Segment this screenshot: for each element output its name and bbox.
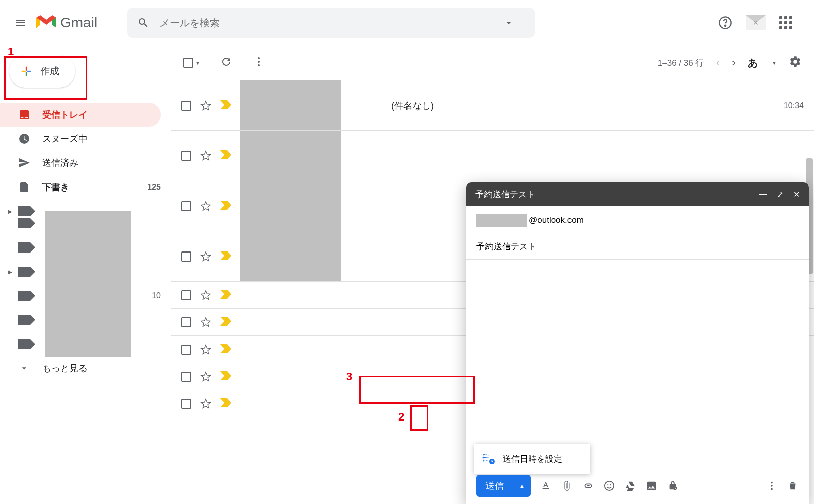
next-page-button[interactable]: › [732,56,736,69]
minimize-icon[interactable]: — [759,190,767,199]
sidebar-item-label-6[interactable] [0,308,171,332]
compose-button[interactable]: 作成 [9,55,75,88]
search-bar[interactable] [127,8,535,38]
importance-icon[interactable] [220,100,231,111]
sidebar-item-inbox[interactable]: 受信トレイ [0,103,161,127]
label-count: 10 [152,291,161,300]
importance-icon[interactable] [220,201,231,212]
sidebar-item-label-7[interactable] [0,332,171,356]
importance-icon[interactable] [220,371,231,382]
sidebar-item-label: もっと見る [42,362,88,374]
label-icon [18,314,30,326]
star-icon[interactable] [200,317,211,328]
menu-icon[interactable] [8,11,32,35]
compose-header[interactable]: 予約送信テスト — ⤢ ✕ [466,182,809,206]
row-checkbox[interactable] [181,317,191,327]
star-icon[interactable] [200,290,211,301]
select-dropdown-icon[interactable]: ▼ [195,60,200,66]
send-options-dropdown[interactable]: ▲ [513,475,531,497]
settings-icon[interactable] [789,55,802,71]
row-checkbox[interactable] [181,151,191,161]
importance-icon[interactable] [220,344,231,355]
confidential-icon[interactable] [667,480,679,492]
label-icon [18,266,30,278]
more-options-icon[interactable] [766,480,778,492]
importance-icon[interactable] [220,251,231,262]
list-toolbar: ▼ 1–36 / 36 行 ‹ › あ ▼ [171,45,814,80]
row-checkbox[interactable] [181,201,191,211]
svg-point-6 [605,481,614,490]
svg-point-1 [725,25,726,26]
star-icon[interactable] [200,201,211,212]
importance-icon[interactable] [220,150,231,161]
sidebar-item-label-4[interactable]: ▶ [0,260,171,284]
row-checkbox[interactable] [181,345,191,355]
row-checkbox[interactable] [181,399,191,409]
formatting-icon[interactable] [540,480,552,492]
svg-point-8 [610,484,611,485]
expand-icon[interactable]: ⤢ [777,190,783,199]
redacted-sender [240,80,341,130]
emoji-icon[interactable] [603,480,615,492]
label-icon [18,241,30,254]
image-icon[interactable] [645,480,658,492]
sidebar-item-sent[interactable]: 送信済み [0,151,171,175]
select-all-checkbox[interactable] [183,58,193,68]
refresh-button[interactable] [220,56,232,70]
help-icon[interactable] [715,13,736,33]
annotation-label-3: 3 [346,370,352,383]
sidebar-item-label-3[interactable] [0,235,171,260]
importance-icon[interactable] [220,398,231,409]
sidebar-item-label: 送信済み [42,157,78,169]
compose-subject-field[interactable]: 予約送信テスト [466,234,809,260]
svg-point-3 [258,61,260,63]
row-checkbox[interactable] [181,251,191,262]
mail-row[interactable]: (件名なし) 10:34 [171,80,814,131]
svg-point-11 [771,485,773,487]
attachment-icon[interactable] [561,480,573,492]
sidebar-item-label-2[interactable] [0,211,171,235]
compose-to-field[interactable]: @outlook.com [466,206,809,234]
svg-point-12 [771,488,773,490]
search-input[interactable] [159,17,503,29]
mail-row[interactable] [171,131,814,181]
drive-icon[interactable] [624,480,636,492]
mail-status-icon[interactable]: ✕ [746,13,766,33]
ime-indicator[interactable]: あ [748,56,758,70]
sidebar-item-snoozed[interactable]: スヌーズ中 [0,127,171,151]
more-menu-button[interactable] [253,56,265,70]
link-icon[interactable] [582,480,594,492]
row-checkbox[interactable] [181,290,191,300]
sidebar-item-label-5[interactable]: 10 [0,284,171,308]
send-button[interactable]: 送信 ▲ [476,475,531,497]
star-icon[interactable] [200,251,211,262]
row-checkbox[interactable] [181,101,191,111]
row-checkbox[interactable] [181,372,191,382]
ime-dropdown-icon[interactable]: ▼ [772,60,777,66]
schedule-send-icon [482,452,496,465]
star-icon[interactable] [200,398,211,409]
chevron-right-icon[interactable]: ▶ [8,269,12,275]
label-icon [18,338,30,350]
star-icon[interactable] [200,150,211,161]
importance-icon[interactable] [220,317,231,328]
annotation-label-2: 2 [398,410,404,424]
sidebar-item-drafts[interactable]: 下書き 125 [0,175,171,199]
svg-point-4 [258,64,260,66]
star-icon[interactable] [200,371,211,382]
star-icon[interactable] [200,100,211,111]
search-options-icon[interactable] [503,17,515,29]
star-icon[interactable] [200,344,211,355]
compose-body[interactable] [466,260,809,468]
apps-icon[interactable] [776,13,796,33]
clock-icon [18,133,30,145]
close-icon[interactable]: ✕ [793,190,800,199]
send-label: 送信 [476,480,513,492]
discard-icon[interactable] [787,480,799,492]
app-header: Gmail ✕ [0,0,814,45]
redacted-sender [240,181,341,231]
prev-page-button[interactable]: ‹ [716,56,719,69]
label-icon [18,290,30,302]
importance-icon[interactable] [220,290,231,301]
sidebar-item-more[interactable]: もっと見る [0,356,171,380]
